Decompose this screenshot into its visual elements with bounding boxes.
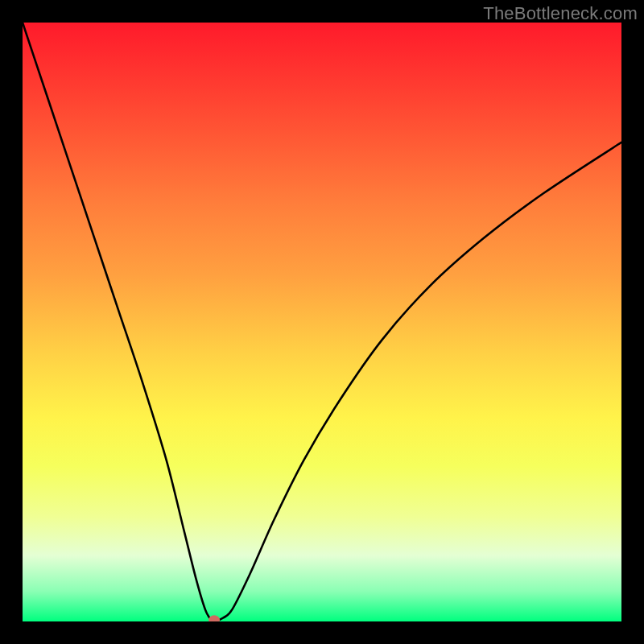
- bottleneck-curve: [23, 23, 621, 621]
- marker-dot: [208, 615, 220, 621]
- chart-frame: TheBottleneck.com: [0, 0, 644, 644]
- curve-layer: [23, 23, 621, 621]
- watermark-text: TheBottleneck.com: [483, 3, 638, 24]
- plot-area: [23, 23, 621, 621]
